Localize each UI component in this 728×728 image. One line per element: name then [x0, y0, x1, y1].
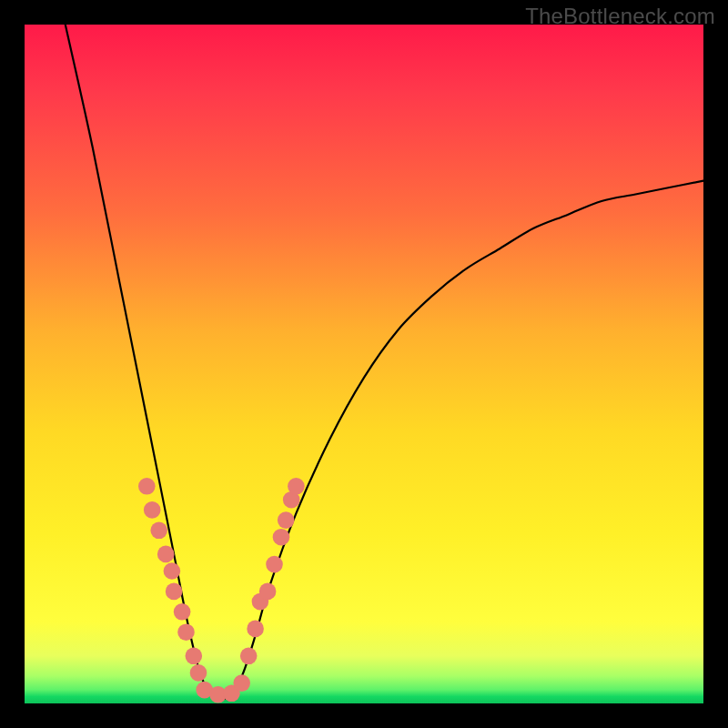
bead-marker: [288, 478, 305, 495]
bead-marker: [164, 562, 181, 580]
bead-marker: [259, 583, 277, 601]
bead-marker: [233, 674, 250, 692]
bead-marker: [273, 529, 290, 546]
bead-marker: [240, 648, 258, 665]
bead-marker: [144, 501, 161, 519]
bead-marker: [166, 583, 183, 601]
bead-marker: [190, 664, 207, 682]
bead-group: [138, 478, 305, 703]
bead-marker: [177, 623, 195, 641]
bead-marker: [157, 546, 175, 563]
chart-svg: [25, 25, 703, 703]
bead-marker: [138, 478, 156, 495]
plot-area: [25, 25, 703, 703]
bottleneck-curve: [66, 25, 703, 699]
bead-marker: [266, 556, 283, 573]
bead-marker: [174, 603, 191, 621]
bead-marker: [247, 621, 264, 638]
bead-marker: [278, 511, 295, 529]
bead-marker: [186, 648, 203, 665]
bead-marker: [150, 522, 167, 540]
chart-frame: TheBottleneck.com: [0, 0, 728, 728]
